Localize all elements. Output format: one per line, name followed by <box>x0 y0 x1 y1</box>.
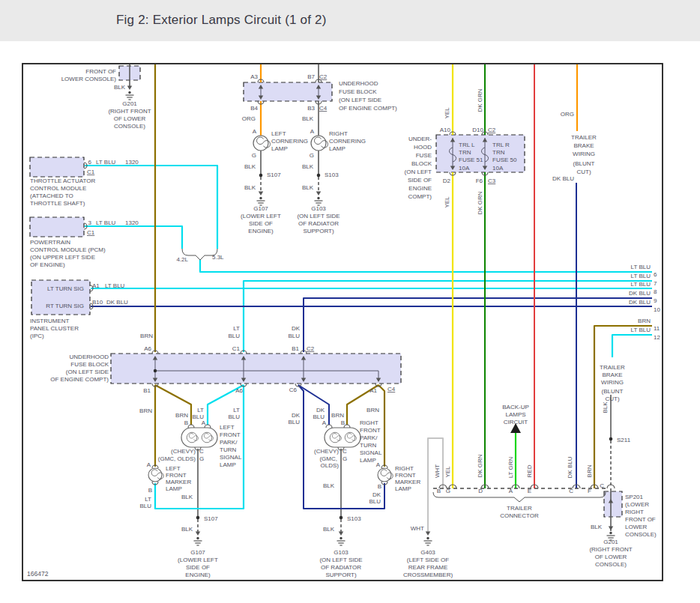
pin-id: B <box>148 487 152 494</box>
pin-id: A6 <box>144 345 151 352</box>
wire-color-label: DK BLU <box>629 290 651 297</box>
splice-s107 <box>196 516 200 520</box>
wire-color-label: RED <box>526 464 533 477</box>
pin-id: B3 <box>307 105 315 112</box>
component-label: HOOD <box>414 144 432 151</box>
wire-color-label: LT BLU <box>105 282 125 289</box>
ground-location: SIDE OF <box>249 220 273 227</box>
wire-ltblu-pcm <box>85 226 182 249</box>
pin-id: C <box>600 482 604 489</box>
splice-s107 <box>259 174 263 178</box>
component-label: PANEL CLUSTER <box>30 325 79 332</box>
component-label: SIGNAL <box>360 449 382 456</box>
connector-id: C4 <box>387 386 396 393</box>
ground-location: (LEFT SIDE OF <box>407 557 449 563</box>
ground-location: CONSOLE) <box>114 123 145 130</box>
pcm-block <box>30 217 84 237</box>
splice-id: S103 <box>325 172 339 178</box>
wire-color-label: LT BLU <box>631 264 651 270</box>
component-label: ENGINE <box>408 185 432 192</box>
component-label: RIGHT <box>395 465 414 472</box>
ground-id: G201 <box>122 100 137 107</box>
wire-color-label: BRN <box>586 464 593 477</box>
wire-color-label: BLU <box>139 503 151 509</box>
component-label: LEFT <box>166 465 181 472</box>
component-label: CONNECTOR <box>500 512 539 519</box>
wire-color-label: DK GRN <box>477 454 483 477</box>
pin-id: A <box>147 461 151 468</box>
pin-id: B <box>184 419 188 426</box>
wire-color-label: BRN <box>638 318 651 324</box>
wire-color-label: DK <box>292 412 301 419</box>
ground-location: FRONT OF <box>625 516 656 523</box>
pin-id: B4 <box>250 105 258 112</box>
component-label: BRAKE <box>573 142 594 149</box>
figure-number: 166472 <box>27 570 48 578</box>
off-page-ref: 7 <box>654 280 657 287</box>
fuse-label: TRN <box>459 149 471 156</box>
wire-color-label: LT BLU <box>631 281 651 288</box>
ground-location: REAR FRAME <box>408 564 447 571</box>
wire-color-label: BLK <box>323 482 335 489</box>
pin-id: C <box>199 448 204 455</box>
component-label: INSTRUMENT <box>30 318 70 324</box>
ground-location: ENGINE) <box>185 572 211 578</box>
off-page-ref: 9 <box>654 297 657 304</box>
wire-color-label: BRN <box>139 407 152 414</box>
component-label: (IPC) <box>30 333 44 339</box>
ground-id: G103 <box>334 549 349 556</box>
ground-id: G103 <box>311 205 326 212</box>
component-label: FRONT <box>395 472 416 479</box>
off-page-ref: 10 <box>654 306 660 313</box>
wire-color-label: DK BLU <box>629 299 651 306</box>
diagram-labels: FRONT OFLOWER CONSOLE)BLKG201(RIGHT FRON… <box>30 68 660 578</box>
ground-location: (RIGHT FRONT <box>108 108 151 115</box>
ground-id: G107 <box>190 549 205 556</box>
pin-id: B10 <box>92 299 103 306</box>
ground-location: (LOWER LEFT <box>241 213 281 219</box>
component-label: WIRING <box>573 151 595 157</box>
wire-ltblu-12 <box>612 335 652 357</box>
ground-g107-top <box>257 197 265 205</box>
throttle-actuator-module-block <box>30 157 84 177</box>
wire-color-label: YEL <box>444 107 450 119</box>
component-label: TRAILER <box>507 505 532 512</box>
wire-color-label: LT BLU <box>631 273 651 279</box>
component-label: UNDERHOOD <box>70 354 109 360</box>
component-label: PARK/ <box>360 434 378 441</box>
wire-color-label: BRN <box>175 412 188 419</box>
pin-id: E <box>528 488 531 494</box>
pin-id: C1 <box>232 345 241 352</box>
ground-location: CONSOLE) <box>595 561 627 568</box>
component-label: CUT) <box>605 396 619 402</box>
off-page-ref: 6 <box>654 271 657 278</box>
wire-color-label: BRN <box>140 333 153 339</box>
connector-id: C3 <box>488 178 496 184</box>
ground-id: G201 <box>603 539 618 545</box>
wire-color-label: LT <box>145 496 151 503</box>
component-label: LEFT <box>220 424 235 431</box>
wire-color-label: BLK <box>181 526 193 533</box>
pin-id: 6 <box>88 159 92 166</box>
ground-location: OF LOWER <box>114 115 146 122</box>
pin-id: G <box>446 488 450 494</box>
connector-id: C1 <box>87 229 95 236</box>
wire-color-label: DK GRN <box>477 191 483 214</box>
wire-color-label: BRN <box>331 412 344 419</box>
component-label: WIRING <box>601 379 624 386</box>
fuse-label: 10A <box>459 165 470 172</box>
pin-id: G <box>310 152 314 159</box>
ground-g103 <box>337 537 346 545</box>
component-label: LEFT <box>271 130 286 137</box>
component-label: TRAILER <box>571 134 597 141</box>
component-label: CORNERING <box>329 138 366 145</box>
component-label: THROTTLE ACTUATOR <box>30 178 95 184</box>
component-label: SIDE OF <box>408 177 432 184</box>
component-label: UNDER- <box>408 136 432 142</box>
splice-id: SP201 <box>625 494 644 500</box>
engine-variant: 5.3L <box>212 254 224 261</box>
ground-location: OF LOWER <box>595 554 627 560</box>
off-page-ref: 8 <box>654 288 657 295</box>
ground-location: CONSOLE) <box>625 531 657 538</box>
component-label: POWERTRAIN <box>30 239 70 246</box>
